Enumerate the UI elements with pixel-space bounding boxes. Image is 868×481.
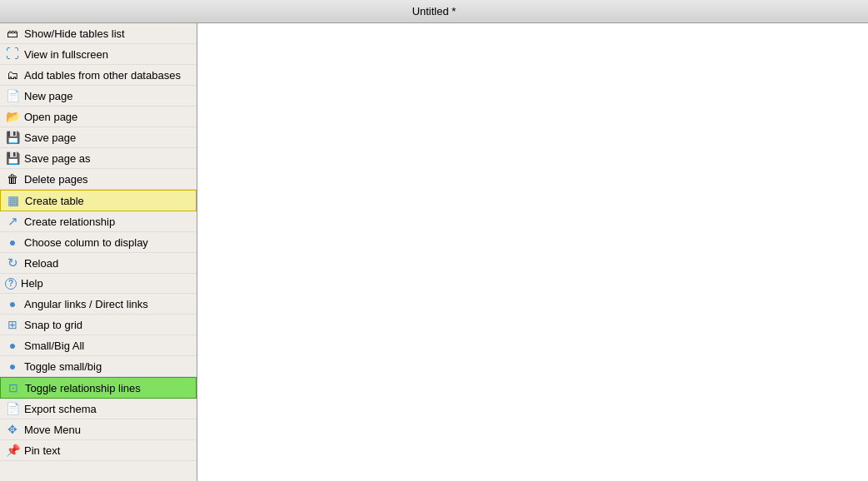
sidebar-item-choose-column[interactable]: ●Choose column to display [0,232,197,253]
sidebar-item-small-big-all[interactable]: ●Small/Big All [0,335,197,356]
sidebar-item-label-toggle-small-big: Toggle small/big [24,360,192,373]
sidebar-item-label-view-fullscreen: View in fullscreen [24,48,192,61]
sidebar-item-label-save-page: Save page [24,131,192,144]
pin-text-icon: 📌 [5,443,20,458]
sidebar-item-label-angular-direct-links: Angular links / Direct links [24,298,192,310]
sidebar-item-toggle-small-big[interactable]: ●Toggle small/big [0,356,197,377]
sidebar-item-open-page[interactable]: 📂Open page [0,107,197,127]
save-page-icon: 💾 [5,130,20,145]
sidebar-item-show-hide-tables[interactable]: 🗃Show/Hide tables list [0,23,197,44]
sidebar-item-toggle-relationship-lines[interactable]: ⊡Toggle relationship lines [0,377,197,399]
export-schema-icon: 📄 [5,401,20,416]
snap-to-grid-icon: ⊞ [5,317,20,332]
open-page-icon: 📂 [5,109,20,124]
sidebar-item-label-move-menu: Move Menu [24,424,192,436]
help-icon: ? [5,278,17,290]
sidebar-item-save-page[interactable]: 💾Save page [0,127,197,148]
sidebar-item-create-relationship[interactable]: ↗Create relationship [0,211,197,232]
sidebar-item-save-page-as[interactable]: 💾Save page as [0,148,197,169]
sidebar-item-view-fullscreen[interactable]: ⛶View in fullscreen [0,44,197,65]
sidebar-item-label-show-hide-tables: Show/Hide tables list [24,27,192,40]
delete-pages-icon: 🗑 [5,171,20,186]
sidebar-item-label-small-big-all: Small/Big All [24,340,192,352]
sidebar-item-label-choose-column: Choose column to display [24,236,192,249]
sidebar-item-snap-to-grid[interactable]: ⊞Snap to grid [0,315,197,335]
sidebar-item-label-create-table: Create table [25,195,191,207]
show-hide-tables-icon: 🗃 [5,26,20,41]
sidebar-item-label-new-page: New page [24,90,192,102]
sidebar-item-label-save-page-as: Save page as [24,152,192,165]
sidebar-item-label-open-page: Open page [24,111,192,123]
sidebar-item-delete-pages[interactable]: 🗑Delete pages [0,169,197,190]
sidebar-item-new-page[interactable]: 📄New page [0,86,197,107]
sidebar-item-label-help: Help [21,277,192,290]
sidebar-item-add-tables-other-db[interactable]: 🗂Add tables from other databases [0,65,197,86]
sidebar-item-move-menu[interactable]: ✥Move Menu [0,419,197,440]
save-page-as-icon: 💾 [5,151,20,166]
sidebar: 🗃Show/Hide tables list⛶View in fullscree… [0,23,197,481]
angular-direct-links-icon: ● [5,296,20,311]
sidebar-item-label-add-tables-other-db: Add tables from other databases [24,69,192,82]
toggle-small-big-icon: ● [5,359,20,374]
move-menu-icon: ✥ [5,422,20,437]
sidebar-item-label-export-schema: Export schema [24,403,192,415]
small-big-all-icon: ● [5,338,20,353]
sidebar-item-label-snap-to-grid: Snap to grid [24,319,192,331]
reload-icon: ↻ [5,255,20,270]
sidebar-item-angular-direct-links[interactable]: ●Angular links / Direct links [0,294,197,315]
toggle-relationship-lines-icon: ⊡ [6,380,21,395]
sidebar-item-export-schema[interactable]: 📄Export schema [0,399,197,419]
canvas-area [197,23,868,481]
sidebar-item-label-reload: Reload [24,257,192,270]
view-fullscreen-icon: ⛶ [5,47,20,62]
sidebar-item-label-delete-pages: Delete pages [24,173,192,186]
choose-column-icon: ● [5,235,20,250]
create-table-icon: ▦ [6,193,21,208]
sidebar-item-label-pin-text: Pin text [24,444,192,457]
sidebar-item-reload[interactable]: ↻Reload [0,253,197,274]
create-relationship-icon: ↗ [5,214,20,229]
sidebar-item-help[interactable]: ?Help [0,274,197,294]
sidebar-item-label-toggle-relationship-lines: Toggle relationship lines [25,382,191,394]
new-page-icon: 📄 [5,88,20,103]
add-tables-other-db-icon: 🗂 [5,67,20,82]
sidebar-item-label-create-relationship: Create relationship [24,216,192,228]
window-title: Untitled * [412,5,456,17]
sidebar-item-pin-text[interactable]: 📌Pin text [0,440,197,461]
sidebar-item-create-table[interactable]: ▦Create table [0,190,197,211]
